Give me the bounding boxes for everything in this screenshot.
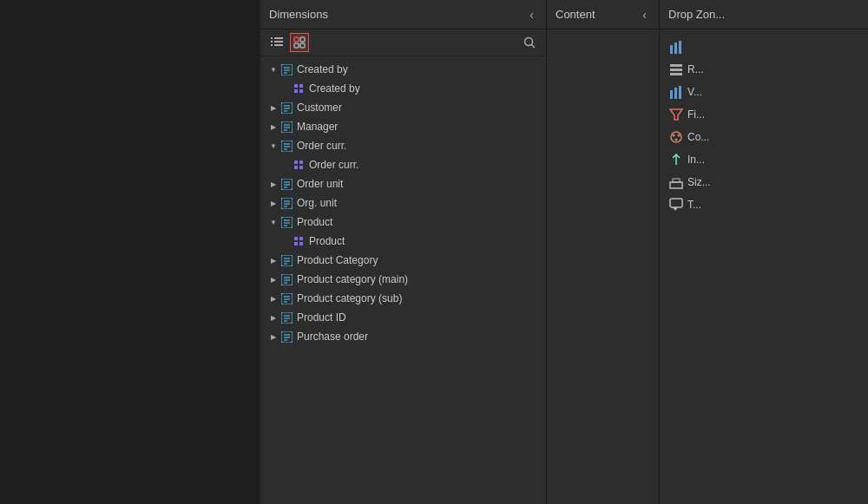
svg-rect-5 <box>274 44 283 46</box>
tree-item-product-category-sub[interactable]: Product category (sub) <box>260 289 546 308</box>
svg-rect-3 <box>274 41 283 43</box>
tree-item-org-unit[interactable]: Org. unit <box>260 193 546 213</box>
size-icon <box>668 174 684 190</box>
arrow-product-category-main <box>267 273 279 285</box>
dropzone-filter[interactable]: Fi... <box>663 104 865 125</box>
label-product-category-main: Product category (main) <box>297 273 408 285</box>
dropzone-header: Drop Zon... <box>660 0 868 29</box>
label-product-child: Product <box>309 235 345 247</box>
dimensions-collapse-button[interactable]: ‹ <box>526 6 537 23</box>
svg-rect-0 <box>271 37 273 39</box>
dropzone-increase[interactable]: In... <box>663 149 865 170</box>
svg-rect-74 <box>679 41 681 54</box>
dim-icon-customer <box>279 101 293 115</box>
dropzone-size[interactable]: Siz... <box>663 172 865 193</box>
label-order-curr: Order curr. <box>297 140 346 152</box>
dim-icon-product-category-sub <box>279 291 293 305</box>
arrow-order-unit <box>267 178 279 190</box>
dropzone-color-label: Co... <box>687 131 709 143</box>
svg-rect-32 <box>294 160 298 164</box>
dropzone-rows[interactable]: R... <box>663 59 865 80</box>
svg-rect-1 <box>274 37 283 39</box>
label-created-by: Created by <box>297 63 348 75</box>
content-title: Content <box>556 8 595 21</box>
tree-item-customer[interactable]: Customer <box>260 98 546 117</box>
tree-item-product-child[interactable]: Product <box>260 232 546 251</box>
arrow-org-unit <box>267 197 279 209</box>
tree-item-order-curr-child[interactable]: Order curr. <box>260 155 546 174</box>
measure-icon-created-by-child <box>292 82 306 95</box>
dimensions-panel: Dimensions ‹ <box>260 0 547 504</box>
label-product-category-sub: Product category (sub) <box>297 292 402 304</box>
arrow-product-category <box>267 254 279 266</box>
increase-icon <box>668 152 684 167</box>
dimension-toggle-icon[interactable] <box>290 33 309 52</box>
dropzone-title: Drop Zon... <box>668 8 725 21</box>
arrow-product <box>267 216 279 228</box>
tree-item-manager[interactable]: Manager <box>260 117 546 136</box>
dim-icon-order-unit <box>279 177 293 191</box>
dropzone-size-label: Siz... <box>687 176 711 188</box>
dropzone-increase-label: In... <box>687 154 705 166</box>
tree-item-created-by-child[interactable]: Created by <box>260 79 546 98</box>
rows-icon <box>668 62 684 77</box>
arrow-manager <box>267 121 279 133</box>
search-icon[interactable] <box>520 33 539 52</box>
dropzone-panel: Drop Zon... R... V... <box>660 0 868 504</box>
tree-item-purchase-order[interactable]: Purchase order <box>260 327 546 346</box>
label-org-unit: Org. unit <box>297 197 337 209</box>
dimensions-header: Dimensions ‹ <box>260 0 546 29</box>
measure-icon-product-child <box>292 234 306 248</box>
tree-item-order-unit[interactable]: Order unit <box>260 174 546 193</box>
dim-icon-order-curr <box>279 139 293 153</box>
svg-rect-34 <box>294 166 298 169</box>
dropzone-bar[interactable] <box>663 36 865 57</box>
dim-icon-product-category <box>279 253 293 267</box>
content-collapse-button[interactable]: ‹ <box>639 6 650 23</box>
tree-item-product[interactable]: Product <box>260 213 546 232</box>
color-icon <box>668 129 684 145</box>
dropzone-items-list: R... V... Fi... Co... <box>660 29 868 222</box>
tree-item-created-by[interactable]: Created by <box>260 60 546 79</box>
svg-rect-50 <box>294 242 298 245</box>
tooltip-icon <box>668 197 684 213</box>
content-panel: Content ‹ <box>547 0 660 504</box>
bar-chart-icon <box>668 39 684 55</box>
filter-icon <box>668 107 684 122</box>
svg-point-84 <box>678 134 681 137</box>
svg-rect-77 <box>670 73 682 75</box>
svg-rect-2 <box>271 41 273 43</box>
dropzone-values[interactable]: V... <box>663 82 865 102</box>
svg-rect-4 <box>271 44 273 46</box>
svg-rect-33 <box>299 160 303 164</box>
label-order-curr-child: Order curr. <box>309 159 358 171</box>
tree-item-product-category-main[interactable]: Product category (main) <box>260 270 546 289</box>
arrow-product-id <box>267 311 279 324</box>
label-customer: Customer <box>297 101 342 114</box>
svg-rect-9 <box>300 43 305 48</box>
tree-item-product-category[interactable]: Product Category <box>260 251 546 270</box>
svg-rect-17 <box>299 84 303 88</box>
measure-icon-order-curr-child <box>292 158 306 172</box>
label-order-unit: Order unit <box>297 178 343 190</box>
svg-rect-78 <box>670 90 673 99</box>
dropzone-color[interactable]: Co... <box>663 127 865 147</box>
list-view-icon[interactable] <box>267 33 286 52</box>
dim-icon-created-by <box>279 62 293 76</box>
svg-rect-76 <box>670 69 682 71</box>
main-container: Dimensions ‹ <box>260 0 868 504</box>
dim-icon-product-category-main <box>279 272 293 286</box>
svg-rect-19 <box>299 89 303 93</box>
svg-rect-48 <box>294 237 298 240</box>
svg-marker-81 <box>670 109 682 120</box>
dim-icon-manager <box>279 120 293 134</box>
dropzone-filter-label: Fi... <box>687 108 705 121</box>
svg-rect-8 <box>294 43 299 48</box>
tree-item-product-id[interactable]: Product ID <box>260 308 546 327</box>
tree-item-order-curr[interactable]: Order curr. <box>260 136 546 155</box>
svg-point-83 <box>673 134 675 137</box>
dropzone-tooltip[interactable]: T... <box>663 194 865 215</box>
dim-icon-org-unit <box>279 196 293 210</box>
svg-rect-72 <box>670 45 673 54</box>
svg-rect-80 <box>679 86 681 99</box>
